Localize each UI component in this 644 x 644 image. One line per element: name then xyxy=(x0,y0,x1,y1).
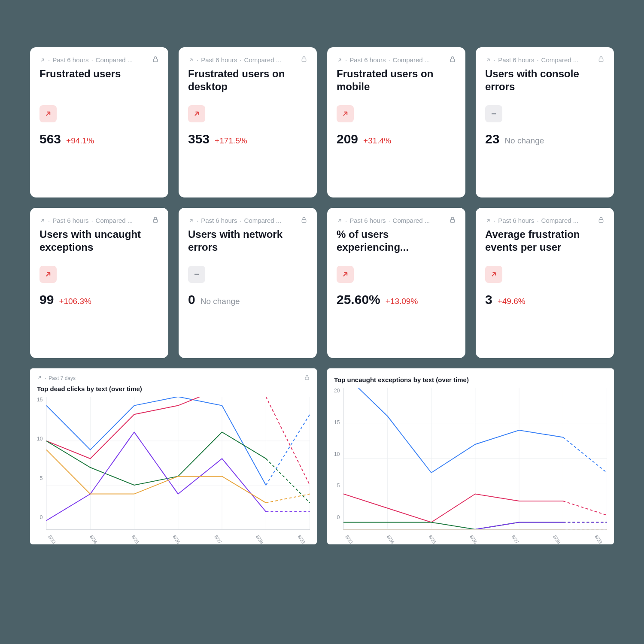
meta-sep: · xyxy=(494,56,495,64)
metric-card[interactable]: ·Past 6 hours·Compared ...Frustrated use… xyxy=(30,47,168,197)
meta-sep: · xyxy=(345,56,347,64)
lock-icon xyxy=(304,374,310,382)
trend-icon xyxy=(37,375,42,381)
meta-sep: · xyxy=(537,217,538,224)
x-tick-label: 8/24 xyxy=(89,534,98,544)
svg-rect-8 xyxy=(305,377,309,380)
trend-badge-flat xyxy=(485,105,502,122)
metric-title: Frustrated users on mobile xyxy=(337,67,456,94)
metric-card[interactable]: ·Past 6 hours·Compared ...Average frustr… xyxy=(476,208,614,358)
trend-badge-up xyxy=(337,105,354,122)
chart-x-axis: 8/238/248/258/268/278/288/29 xyxy=(37,530,310,539)
compared-label: Compared ... xyxy=(393,217,430,224)
meta-sep: · xyxy=(48,217,50,224)
timeframe-label: Past 6 hours xyxy=(498,217,534,224)
metric-delta: +106.3% xyxy=(59,297,91,306)
compared-label: Compared ... xyxy=(541,56,579,64)
compared-label: Compared ... xyxy=(96,217,133,224)
timeframe-label: Past 6 hours xyxy=(201,217,237,224)
trend-badge-up xyxy=(337,266,354,283)
lock-icon xyxy=(449,56,456,64)
x-tick-label: 8/23 xyxy=(47,534,57,544)
y-tick-label: 10 xyxy=(37,436,43,442)
metric-card[interactable]: ·Past 6 hours·Compared ...Users with unc… xyxy=(30,208,168,358)
lock-icon xyxy=(152,216,159,225)
metric-card[interactable]: ·Past 6 hours·Compared ...Users with con… xyxy=(476,47,614,197)
chart-title: Top uncaught exceptions by text (over ti… xyxy=(334,376,607,383)
trend-icon xyxy=(188,57,194,63)
chart-y-axis: 20151050 xyxy=(334,388,343,530)
card-meta: ·Past 6 hours·Compared ... xyxy=(485,56,605,64)
metric-delta: +31.4% xyxy=(363,136,391,146)
chart-plot-area[interactable] xyxy=(46,397,310,530)
meta-sep: · xyxy=(345,217,347,224)
trend-icon xyxy=(39,57,46,63)
meta-sep: · xyxy=(240,56,241,64)
meta-sep: · xyxy=(494,217,495,224)
metric-value: 563 xyxy=(39,132,61,146)
svg-rect-3 xyxy=(599,59,603,62)
meta-sep: · xyxy=(91,217,93,224)
x-tick-label: 8/29 xyxy=(594,534,603,544)
metric-delta: +13.09% xyxy=(386,297,418,306)
x-tick-label: 8/26 xyxy=(469,534,478,544)
timeframe-label: Past 6 hours xyxy=(52,217,88,224)
metric-card[interactable]: ·Past 6 hours·Compared ...Frustrated use… xyxy=(179,47,317,197)
metric-value: 23 xyxy=(485,132,499,146)
lock-icon xyxy=(301,216,307,225)
svg-rect-7 xyxy=(599,219,603,222)
x-tick-label: 8/25 xyxy=(131,534,140,544)
meta-sep: · xyxy=(388,217,390,224)
meta-sep: · xyxy=(197,56,198,64)
svg-rect-4 xyxy=(153,219,157,222)
y-tick-label: 20 xyxy=(334,388,340,394)
svg-rect-6 xyxy=(450,219,454,222)
x-tick-label: 8/27 xyxy=(510,534,520,544)
trend-icon xyxy=(485,57,491,63)
chart-meta: · Past 7 days xyxy=(37,374,310,382)
metric-delta: +49.6% xyxy=(498,297,526,306)
metric-delta: No change xyxy=(200,297,240,306)
metrics-grid: ·Past 6 hours·Compared ...Frustrated use… xyxy=(30,47,614,358)
compared-label: Compared ... xyxy=(393,56,430,64)
metric-card[interactable]: ·Past 6 hours·Compared ...Frustrated use… xyxy=(327,47,465,197)
x-tick-label: 8/24 xyxy=(386,534,395,544)
card-meta: ·Past 6 hours·Compared ... xyxy=(39,56,159,64)
x-tick-label: 8/27 xyxy=(213,534,223,544)
meta-sep: · xyxy=(240,217,241,224)
compared-label: Compared ... xyxy=(244,56,282,64)
metric-value: 353 xyxy=(188,132,210,146)
y-tick-label: 0 xyxy=(40,514,43,520)
metric-value: 99 xyxy=(39,292,54,307)
chart-card-uncaught-exceptions[interactable]: Top uncaught exceptions by text (over ti… xyxy=(327,368,614,544)
timeframe-label: Past 6 hours xyxy=(52,56,88,64)
compared-label: Compared ... xyxy=(541,217,579,224)
metric-title: Average frustration events per user xyxy=(485,228,605,255)
chart-plot-area[interactable] xyxy=(343,388,607,530)
charts-row: · Past 7 days Top dead clicks by text (o… xyxy=(30,368,614,544)
meta-sep: · xyxy=(537,56,538,64)
y-tick-label: 5 xyxy=(40,475,43,481)
chart-card-dead-clicks[interactable]: · Past 7 days Top dead clicks by text (o… xyxy=(30,368,317,544)
metric-card[interactable]: ·Past 6 hours·Compared ...Users with net… xyxy=(179,208,317,358)
metric-value: 209 xyxy=(337,132,358,146)
metric-delta: No change xyxy=(504,136,544,146)
metric-card[interactable]: ·Past 6 hours·Compared ...% of users exp… xyxy=(327,208,465,358)
chart-x-axis: 8/238/248/258/268/278/288/29 xyxy=(334,530,607,539)
timeframe-label: Past 6 hours xyxy=(349,217,386,224)
lock-icon xyxy=(449,216,456,225)
chart-title: Top dead clicks by text (over time) xyxy=(37,385,310,392)
card-meta: ·Past 6 hours·Compared ... xyxy=(337,56,456,64)
timeframe-label: Past 6 hours xyxy=(498,56,534,64)
timeframe-label: Past 6 hours xyxy=(349,56,386,64)
trend-icon xyxy=(337,57,343,63)
metric-title: Frustrated users xyxy=(39,67,159,94)
x-tick-label: 8/29 xyxy=(297,534,306,544)
compared-label: Compared ... xyxy=(96,56,133,64)
chart-y-axis: 151050 xyxy=(37,397,46,530)
trend-icon xyxy=(337,218,343,224)
x-tick-label: 8/28 xyxy=(255,534,264,544)
trend-badge-up xyxy=(485,266,502,283)
trend-badge-up xyxy=(39,105,57,122)
timeframe-label: Past 6 hours xyxy=(201,56,237,64)
